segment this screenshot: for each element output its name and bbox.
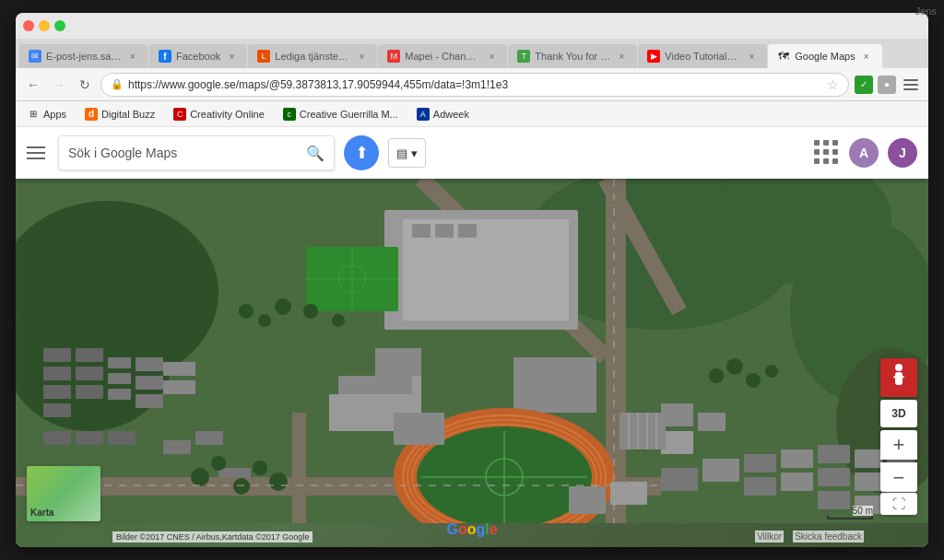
tab-maps-close[interactable]: ×: [860, 50, 873, 63]
minimize-window-button[interactable]: [39, 20, 50, 31]
svg-point-87: [233, 478, 250, 495]
tab-maps-label: Google Maps: [795, 51, 855, 62]
tab-maps-favicon: 🗺: [777, 50, 790, 63]
address-bar[interactable]: 🔒 https://www.google.se/maps/@59.3873813…: [100, 73, 849, 97]
tab-mapei[interactable]: M Mapei - Change (Ly... ×: [378, 44, 507, 68]
svg-rect-50: [394, 413, 444, 445]
svg-rect-41: [513, 357, 596, 413]
url-text: https://www.google.se/maps/@59.3873813,1…: [128, 78, 822, 91]
svg-point-82: [275, 298, 291, 315]
svg-rect-7: [43, 348, 71, 362]
tab-lediga-close[interactable]: ×: [355, 50, 368, 63]
extension-icon-1[interactable]: ✓: [855, 76, 873, 94]
tab-email[interactable]: ✉ E-post-jens.sand... ×: [19, 44, 148, 68]
tab-thankyou-favicon: T: [517, 50, 530, 63]
browser-menu-button[interactable]: [901, 75, 921, 95]
map-3d-button[interactable]: 3D: [880, 400, 917, 427]
svg-rect-36: [458, 224, 477, 238]
back-button[interactable]: ←: [23, 75, 43, 95]
scale-label: 50 m: [853, 506, 873, 516]
tab-mapei-favicon: M: [387, 50, 400, 63]
map-type-thumbnail[interactable]: Karta: [27, 466, 100, 521]
svg-rect-51: [661, 403, 693, 426]
svg-rect-58: [781, 449, 813, 468]
maximize-window-button[interactable]: [54, 20, 65, 31]
svg-rect-8: [43, 367, 71, 380]
svg-rect-59: [781, 472, 813, 491]
svg-rect-15: [108, 373, 131, 384]
tab-bar: ✉ E-post-jens.sand... × f Facebook × L L…: [16, 39, 928, 68]
maps-search-icon[interactable]: 🔍: [306, 145, 324, 162]
tab-video[interactable]: ▶ Video Tutorials: Get... ×: [638, 44, 767, 68]
map-satellite-background: [16, 127, 928, 547]
maps-right-icons: A J: [814, 138, 917, 168]
svg-point-90: [709, 368, 724, 383]
zoom-in-button[interactable]: +: [880, 430, 917, 460]
svg-point-84: [332, 314, 345, 327]
svg-point-85: [191, 468, 209, 486]
svg-point-80: [239, 304, 254, 319]
svg-point-89: [269, 472, 288, 491]
zoom-out-button[interactable]: −: [880, 462, 917, 492]
svg-rect-34: [412, 224, 431, 238]
pegman-button[interactable]: [880, 358, 917, 397]
tab-mapei-close[interactable]: ×: [485, 50, 498, 63]
tab-lediga[interactable]: L Lediga tjänster - Bo... ×: [248, 44, 377, 68]
maps-user-profile-button[interactable]: J: [888, 138, 917, 168]
bookmark-star-icon[interactable]: ☆: [827, 77, 839, 92]
map-terms-link[interactable]: Villkor: [755, 531, 784, 542]
svg-rect-12: [76, 367, 103, 380]
maps-menu-button[interactable]: [27, 142, 49, 164]
svg-point-93: [765, 365, 778, 378]
map-feedback-link[interactable]: Skicka feedback: [793, 531, 864, 542]
bookmark-apps[interactable]: ⊞ Apps: [23, 106, 70, 122]
bookmark-apps-label: Apps: [43, 109, 66, 120]
tab-thankyou[interactable]: T Thank You for Dow... ×: [508, 44, 637, 68]
extension-icon-2[interactable]: ●: [878, 76, 896, 94]
title-bar: Jens: [16, 13, 928, 39]
tab-email-close[interactable]: ×: [126, 50, 139, 63]
map-scale: 50 m: [827, 506, 873, 519]
svg-rect-61: [818, 468, 850, 486]
maps-directions-button[interactable]: ⬆: [344, 135, 379, 170]
svg-rect-11: [76, 348, 103, 362]
tab-video-close[interactable]: ×: [745, 50, 758, 63]
google-logo: Google: [446, 521, 497, 538]
apps-icon: ⊞: [27, 108, 40, 121]
svg-point-83: [303, 304, 318, 319]
map-area[interactable]: Sök i Google Maps 🔍 ⬆ ▤ ▾: [16, 127, 928, 547]
bookmark-creative-guerrilla[interactable]: c Creative Guerrilla M...: [279, 106, 402, 122]
bookmark-adweek-label: Adweek: [433, 109, 469, 120]
refresh-button[interactable]: ↻: [75, 75, 95, 95]
svg-rect-20: [163, 362, 195, 376]
svg-rect-52: [661, 431, 693, 454]
tab-maps[interactable]: 🗺 Google Maps ×: [768, 44, 881, 68]
expand-map-button[interactable]: ⛶: [880, 493, 917, 515]
bookmark-creativity-online[interactable]: C Creativity Online: [170, 106, 268, 122]
maps-search-text: Sök i Google Maps: [68, 146, 306, 160]
svg-rect-25: [163, 440, 191, 454]
bookmark-digital-buzz[interactable]: d Digital Buzz: [81, 106, 159, 122]
tab-facebook-close[interactable]: ×: [225, 50, 238, 63]
tab-thankyou-close[interactable]: ×: [615, 50, 628, 63]
svg-rect-10: [43, 403, 71, 417]
tab-thankyou-label: Thank You for Dow...: [535, 51, 610, 62]
svg-rect-22: [43, 431, 71, 445]
bookmark-creativity-label: Creativity Online: [190, 109, 265, 120]
maps-search-box[interactable]: Sök i Google Maps 🔍: [58, 135, 335, 170]
svg-point-92: [746, 373, 761, 388]
bookmark-adweek[interactable]: A Adweek: [413, 106, 473, 122]
forward-button[interactable]: →: [49, 75, 69, 95]
svg-rect-68: [569, 486, 606, 514]
address-bar-row: ← → ↻ 🔒 https://www.google.se/maps/@59.3…: [16, 68, 928, 101]
svg-rect-26: [195, 431, 223, 445]
map-attribution: Bilder ©2017 CNES / Airbus,Kartdata ©201…: [112, 531, 313, 542]
svg-rect-97: [895, 372, 903, 385]
scale-bar: [827, 516, 873, 519]
close-window-button[interactable]: [23, 20, 34, 31]
tab-facebook[interactable]: f Facebook ×: [149, 44, 247, 68]
maps-apps-grid-button[interactable]: [814, 140, 840, 166]
svg-rect-53: [698, 413, 726, 431]
maps-layer-button[interactable]: ▤ ▾: [388, 138, 426, 168]
maps-account-button[interactable]: A: [849, 138, 879, 168]
